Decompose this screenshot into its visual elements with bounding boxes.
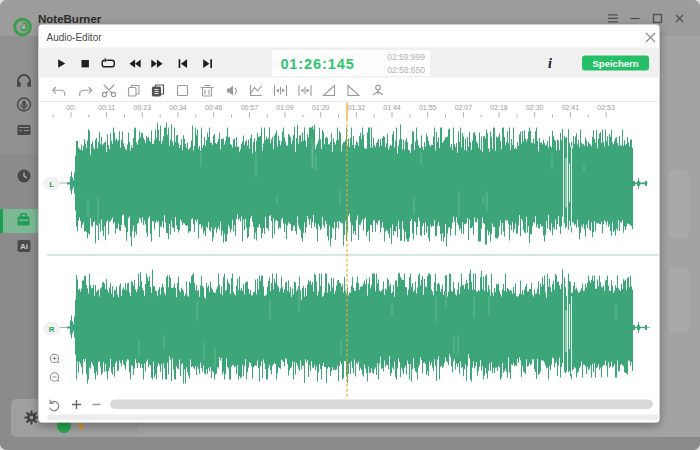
svg-text:02:30: 02:30 — [526, 104, 544, 111]
svg-text:01:26:145: 01:26:145 — [280, 56, 354, 72]
svg-text:02:58:650: 02:58:650 — [387, 65, 425, 75]
svg-text:02:41: 02:41 — [562, 104, 580, 111]
svg-text:Ai: Ai — [20, 242, 28, 251]
svg-text:02:07: 02:07 — [455, 104, 473, 111]
svg-text:01:20: 01:20 — [312, 104, 330, 111]
svg-text:i: i — [548, 56, 552, 71]
svg-text:R: R — [49, 325, 55, 334]
svg-text:00:46: 00:46 — [205, 104, 223, 111]
svg-text:01:09: 01:09 — [276, 104, 294, 111]
svg-text:02:18: 02:18 — [490, 104, 508, 111]
svg-text:00:23: 00:23 — [134, 104, 152, 111]
svg-text:01:44: 01:44 — [383, 104, 401, 111]
svg-text:00:34: 00:34 — [169, 104, 187, 111]
svg-text:01:55: 01:55 — [419, 104, 437, 111]
svg-text:02:59:999: 02:59:999 — [387, 52, 425, 62]
svg-text:00:11: 00:11 — [98, 104, 115, 111]
svg-text:02:53: 02:53 — [597, 104, 615, 111]
svg-text:Audio-Editor: Audio-Editor — [47, 32, 103, 43]
svg-text:L: L — [49, 180, 54, 189]
svg-text:NoteBurner: NoteBurner — [38, 13, 102, 25]
svg-text:Speichern: Speichern — [593, 58, 639, 69]
svg-text:00:57: 00:57 — [241, 104, 259, 111]
svg-text:01:32: 01:32 — [348, 104, 366, 111]
svg-text:00:: 00: — [66, 104, 76, 111]
